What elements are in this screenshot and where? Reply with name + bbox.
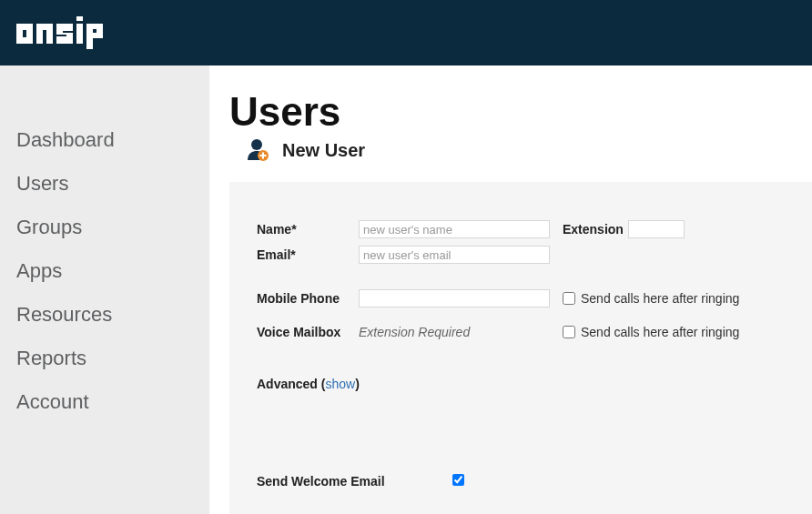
sidebar-item-reports[interactable]: Reports bbox=[0, 337, 200, 380]
new-user-icon bbox=[246, 138, 269, 162]
page-subheader: New User bbox=[246, 138, 812, 162]
sidebar-item-users[interactable]: Users bbox=[0, 162, 200, 206]
extension-input[interactable] bbox=[628, 220, 685, 238]
page-subtitle: New User bbox=[282, 140, 365, 161]
sidebar-item-groups[interactable]: Groups bbox=[0, 206, 200, 249]
sidebar-item-resources[interactable]: Resources bbox=[0, 293, 200, 337]
page-title: Users bbox=[229, 89, 812, 135]
send-welcome-email-checkbox[interactable] bbox=[452, 474, 464, 486]
sidebar-item-dashboard[interactable]: Dashboard bbox=[0, 118, 200, 162]
mobile-forward-checkbox[interactable] bbox=[563, 292, 575, 305]
voicemail-forward-checkbox[interactable] bbox=[563, 326, 575, 338]
svg-rect-5 bbox=[260, 155, 267, 156]
svg-rect-0 bbox=[76, 24, 83, 44]
mobile-phone-label: Mobile Phone bbox=[257, 291, 359, 306]
sidebar-item-account[interactable]: Account bbox=[0, 380, 200, 424]
new-user-form: Name* Extension Email* Mobile Phone bbox=[229, 182, 812, 514]
brand-logo bbox=[16, 16, 122, 49]
main-content: Users New User Name* Extension bbox=[209, 66, 812, 514]
svg-rect-1 bbox=[76, 16, 83, 21]
email-input[interactable] bbox=[359, 246, 550, 264]
voicemail-forward-label: Send calls here after ringing bbox=[581, 325, 739, 339]
voice-mailbox-label: Voice Mailbox bbox=[257, 325, 359, 339]
advanced-toggle: Advanced (show) bbox=[257, 377, 360, 391]
name-label: Name* bbox=[257, 222, 359, 237]
voice-mailbox-value: Extension Required bbox=[359, 325, 470, 339]
email-label: Email* bbox=[257, 247, 359, 262]
svg-point-2 bbox=[251, 139, 262, 150]
advanced-show-link[interactable]: show bbox=[325, 377, 355, 391]
name-input[interactable] bbox=[359, 220, 550, 238]
mobile-phone-input[interactable] bbox=[359, 289, 550, 307]
send-welcome-email-label: Send Welcome Email bbox=[257, 474, 452, 489]
advanced-prefix: Advanced ( bbox=[257, 377, 325, 391]
extension-label: Extension bbox=[563, 222, 628, 237]
sidebar-item-apps[interactable]: Apps bbox=[0, 249, 200, 293]
mobile-forward-label: Send calls here after ringing bbox=[581, 291, 739, 306]
topbar bbox=[0, 0, 812, 66]
sidebar: Dashboard Users Groups Apps Resources Re… bbox=[0, 66, 209, 514]
advanced-suffix: ) bbox=[355, 377, 360, 391]
